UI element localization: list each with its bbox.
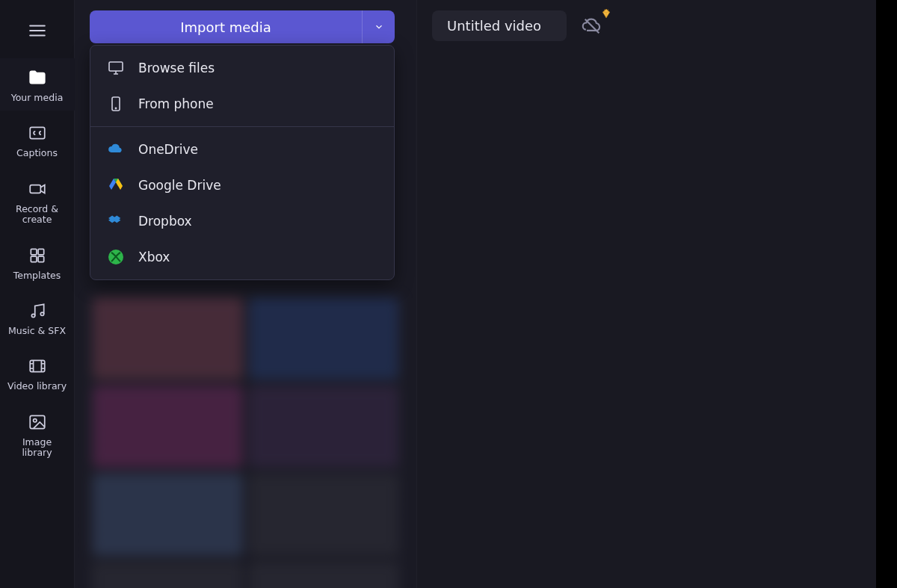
- sidebar-item-record-create[interactable]: Record & create: [0, 170, 75, 233]
- image-icon: [27, 412, 48, 433]
- import-option-onedrive[interactable]: OneDrive: [90, 131, 394, 167]
- camera-icon: [27, 179, 48, 199]
- svg-rect-0: [30, 128, 45, 139]
- hamburger-icon: [28, 21, 47, 40]
- sidebar-item-label: Your media: [11, 93, 64, 103]
- import-option-dropbox[interactable]: Dropbox: [90, 203, 394, 239]
- import-option-xbox[interactable]: Xbox: [90, 239, 394, 275]
- xbox-icon: [107, 248, 125, 266]
- sidebar-item-video-library[interactable]: Video library: [0, 347, 75, 399]
- cloud-off-icon: [582, 16, 602, 37]
- svg-rect-5: [38, 256, 44, 262]
- dropdown-separator: [90, 126, 394, 127]
- sidebar-item-captions[interactable]: Captions: [0, 114, 75, 166]
- import-option-label: OneDrive: [138, 142, 198, 157]
- import-media-label: Import media: [180, 19, 271, 35]
- chevron-down-icon: [374, 22, 384, 32]
- svg-point-7: [40, 312, 43, 315]
- project-title-input[interactable]: Untitled video: [432, 10, 567, 41]
- header-row: Untitled video: [432, 10, 882, 41]
- project-title-text: Untitled video: [447, 18, 541, 34]
- sidebar-item-templates[interactable]: Templates: [0, 236, 75, 288]
- sidebar-item-label: Captions: [16, 148, 58, 158]
- import-option-label: Dropbox: [138, 214, 192, 229]
- cc-icon: [27, 123, 48, 143]
- cloud-sync-button[interactable]: [577, 11, 607, 41]
- diamond-icon: [601, 8, 611, 19]
- svg-rect-1: [30, 185, 40, 193]
- svg-rect-9: [30, 415, 45, 428]
- import-media-button[interactable]: Import media: [90, 10, 362, 43]
- menu-button[interactable]: [10, 10, 64, 51]
- import-media-dropdown: Browse filesFrom phoneOneDriveGoogle Dri…: [90, 45, 395, 280]
- preview-canvas-edge: [876, 0, 897, 588]
- media-thumbnails-placeholder: [90, 294, 401, 588]
- svg-rect-4: [31, 256, 37, 262]
- svg-rect-3: [38, 249, 44, 255]
- svg-point-6: [31, 314, 34, 317]
- sidebar-item-label: Music & SFX: [8, 326, 66, 336]
- svg-point-10: [33, 418, 36, 421]
- sidebar-item-label: Video library: [7, 381, 67, 392]
- app-sidebar: Your mediaCaptionsRecord & createTemplat…: [0, 0, 75, 588]
- sidebar-item-label: Record & create: [16, 204, 58, 226]
- folder-icon: [27, 67, 48, 88]
- sidebar-item-label: Image library: [22, 437, 52, 459]
- sidebar-item-music-sfx[interactable]: Music & SFX: [0, 291, 75, 344]
- import-option-label: Browse files: [138, 61, 215, 75]
- import-option-label: Google Drive: [138, 178, 221, 193]
- music-icon: [27, 300, 48, 321]
- dropbox-icon: [107, 212, 125, 230]
- monitor-icon: [107, 59, 125, 77]
- import-option-browse-files[interactable]: Browse files: [90, 50, 394, 86]
- film-icon: [27, 356, 48, 377]
- import-option-from-phone[interactable]: From phone: [90, 86, 394, 122]
- sidebar-item-your-media[interactable]: Your media: [0, 58, 75, 111]
- sidebar-item-label: Templates: [13, 270, 61, 281]
- preview-stage: Untitled video: [417, 0, 897, 588]
- media-panel: Import media Browse filesFrom phoneOneDr…: [75, 0, 417, 588]
- googledrive-icon: [107, 176, 125, 194]
- svg-rect-11: [109, 62, 123, 71]
- import-option-google-drive[interactable]: Google Drive: [90, 167, 394, 203]
- import-media-dropdown-toggle[interactable]: [362, 10, 395, 43]
- phone-icon: [107, 95, 125, 113]
- import-media-split-button: Import media: [90, 10, 395, 43]
- svg-point-13: [115, 108, 116, 108]
- import-option-label: Xbox: [138, 250, 170, 264]
- sidebar-item-image-library[interactable]: Image library: [0, 403, 75, 466]
- svg-rect-2: [31, 249, 37, 255]
- grid-icon: [27, 245, 48, 266]
- onedrive-icon: [107, 140, 125, 158]
- svg-rect-8: [30, 361, 45, 372]
- import-option-label: From phone: [138, 96, 214, 111]
